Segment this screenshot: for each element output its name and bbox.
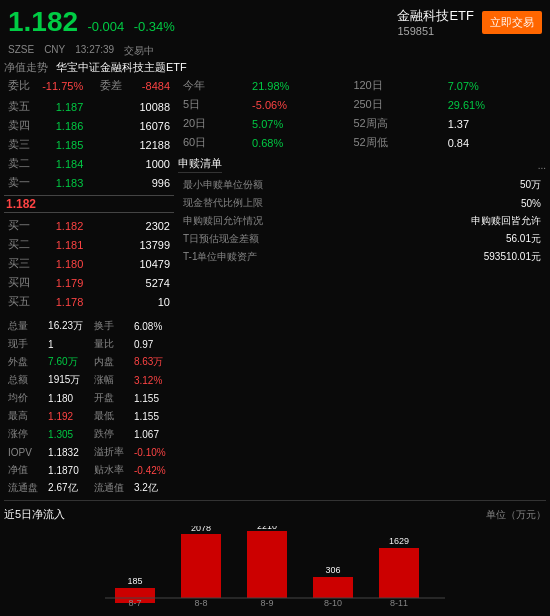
bar-date-8-11: 8-11 [390, 598, 408, 608]
price-change-pct: -0.34% [134, 19, 175, 34]
bar-chart: 185 8-7 2078 8-8 2210 8-9 306 8-10 1629 … [105, 526, 445, 611]
ask-row-3: 卖三 1.185 12188 [6, 136, 172, 153]
basis-table: 委比 -11.75% 委差 -8484 [4, 75, 174, 96]
top-section: 委比 -11.75% 委差 -8484 卖五 1.187 10088 卖四 1.… [0, 75, 550, 498]
ask-row-1: 卖一 1.183 996 [6, 174, 172, 191]
time-label: 13:27:39 [75, 44, 114, 58]
ask-row-2: 卖二 1.184 1000 [6, 155, 172, 172]
bar-date-8-10: 8-10 [324, 598, 342, 608]
bar-8-9 [247, 531, 287, 598]
separator-1 [4, 500, 546, 501]
source-label: 交易中 [124, 44, 154, 58]
currency-label: CNY [44, 44, 65, 58]
chart-header: 近5日净流入 单位（万元） [4, 507, 546, 522]
webi-val: -11.75% [40, 77, 96, 94]
bar-label-8-8: 2078 [191, 526, 211, 533]
performance-table: 今年 21.98% 120日 7.07% 5日 -5.06% 250日 29.6… [178, 75, 546, 153]
header-left: 1.182 -0.004 -0.34% [8, 6, 175, 38]
weituo-label: 委差 [98, 77, 130, 94]
fund-name: 华宝中证金融科技主题ETF [56, 60, 187, 75]
nav-label: 净值走势 [4, 60, 48, 75]
ask-row-5: 卖五 1.187 10088 [6, 98, 172, 115]
bar-8-8 [181, 534, 221, 598]
flow-section: 天数 净流天 净流额 净流率 5 5 6408 23.25% 10 8 8922… [0, 611, 550, 616]
header-right: 金融科技ETF 159851 立即交易 [397, 7, 542, 37]
redemption-dots: ... [538, 160, 546, 171]
bar-8-10 [313, 577, 353, 598]
bid-table: 买一 1.182 2302 买二 1.181 13799 买三 1.180 10… [4, 215, 174, 312]
redemption-table: 最小申赎单位份额 50万 现金替代比例上限 50% 申购赎回允许情况 申购赎回皆… [178, 175, 546, 267]
right-panel: 今年 21.98% 120日 7.07% 5日 -5.06% 250日 29.6… [178, 75, 546, 498]
price-display: 1.182 [8, 6, 78, 37]
chart-unit: 单位（万元） [486, 508, 546, 522]
bar-label-8-7: 185 [127, 576, 142, 586]
bid-row-1: 买一 1.182 2302 [6, 217, 172, 234]
bid-row-4: 买四 1.179 5274 [6, 274, 172, 291]
weituo-val: -8484 [132, 77, 172, 94]
bar-label-8-11: 1629 [389, 536, 409, 546]
ask-table: 卖五 1.187 10088 卖四 1.186 16076 卖三 1.185 1… [4, 96, 174, 193]
etf-code: 159851 [397, 25, 474, 37]
stats-table: 总量 16.23万 换手 6.08% 现手 1 量比 0.97 外盘 7.60万… [4, 316, 174, 498]
sub-header: SZSE CNY 13:27:39 交易中 [0, 42, 550, 60]
etf-info: 金融科技ETF 159851 [397, 7, 474, 37]
redemption-title: 申赎清单 [178, 156, 222, 173]
bar-8-11 [379, 548, 419, 598]
bar-label-8-9: 2210 [257, 526, 277, 531]
webi-label: 委比 [6, 77, 38, 94]
price-change-abs: -0.004 [87, 19, 124, 34]
exchange-label: SZSE [8, 44, 34, 58]
bar-label-8-10: 306 [325, 565, 340, 575]
redemption-section: 申赎清单 ... 最小申赎单位份额 50万 现金替代比例上限 50% 申购赎回允… [178, 156, 546, 267]
current-price: 1.182 [6, 197, 36, 211]
nav-row: 净值走势 华宝中证金融科技主题ETF [0, 60, 550, 75]
bid-row-3: 买三 1.180 10479 [6, 255, 172, 272]
bar-date-8-7: 8-7 [128, 598, 141, 608]
bid-row-5: 买五 1.178 10 [6, 293, 172, 310]
bar-date-8-9: 8-9 [260, 598, 273, 608]
bid-ask-panel: 委比 -11.75% 委差 -8484 卖五 1.187 10088 卖四 1.… [4, 75, 174, 498]
current-price-divider: 1.182 [4, 195, 174, 213]
bar-date-8-8: 8-8 [194, 598, 207, 608]
etf-name: 金融科技ETF [397, 7, 474, 25]
header: 1.182 -0.004 -0.34% 金融科技ETF 159851 立即交易 [0, 0, 550, 42]
ask-row-4: 卖四 1.186 16076 [6, 117, 172, 134]
chart-section: 近5日净流入 单位（万元） 185 8-7 2078 8-8 2210 8-9 … [0, 503, 550, 611]
bid-row-2: 买二 1.181 13799 [6, 236, 172, 253]
trade-button[interactable]: 立即交易 [482, 11, 542, 34]
chart-title: 近5日净流入 [4, 507, 65, 522]
